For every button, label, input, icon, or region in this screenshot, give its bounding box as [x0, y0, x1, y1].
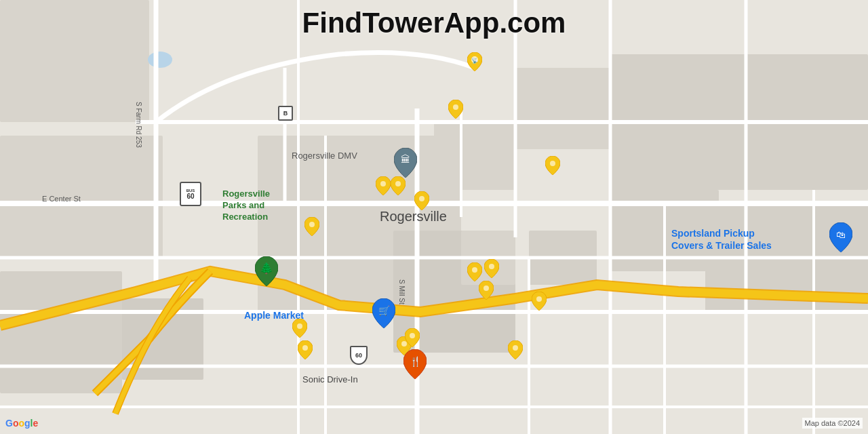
s-mill-st-label: S Mill St	[398, 279, 406, 304]
tower-marker-t16[interactable]	[405, 328, 420, 347]
sonic-label: Sonic Drive-In	[302, 374, 358, 384]
apple-market-marker[interactable]: 🛒	[372, 298, 395, 326]
svg-point-36	[550, 161, 555, 166]
svg-text:📡: 📡	[471, 57, 478, 64]
tower-marker-t1[interactable]: 📡	[467, 52, 482, 71]
svg-text:🏛: 🏛	[401, 154, 410, 165]
svg-point-35	[453, 104, 458, 110]
google-logo: Google	[5, 418, 38, 429]
parks-marker[interactable]: 🌲	[255, 256, 278, 283]
svg-rect-8	[0, 136, 163, 258]
svg-rect-13	[0, 0, 149, 122]
svg-point-39	[419, 196, 425, 201]
svg-text:🌲: 🌲	[260, 262, 273, 275]
bus-60-sign: BUS 60	[180, 182, 201, 206]
rogersville-label: Rogersville	[380, 209, 447, 224]
e-center-st-label: E Center St	[42, 195, 81, 203]
svg-point-43	[484, 285, 489, 291]
svg-point-40	[309, 222, 315, 227]
tower-marker-t10[interactable]	[479, 281, 494, 300]
svg-point-37	[380, 181, 386, 186]
tower-marker-t2[interactable]	[448, 100, 463, 119]
tower-marker-t8[interactable]	[467, 262, 482, 281]
svg-point-44	[536, 296, 542, 302]
tower-marker-t7[interactable]	[304, 217, 319, 236]
tower-marker-t13[interactable]	[292, 319, 307, 338]
svg-point-49	[410, 333, 415, 338]
map-container: FindTowerApp.com Rogersville Rogersville…	[0, 0, 868, 434]
svg-point-41	[472, 267, 477, 273]
parks-rec-label: RogersvilleParks andRecreation	[222, 189, 270, 223]
tower-marker-t12[interactable]	[508, 340, 523, 359]
tower-marker-t11[interactable]	[532, 292, 547, 311]
map-data-text: Map data ©2024	[802, 418, 863, 429]
tower-marker-t5[interactable]	[391, 176, 406, 195]
tower-marker-t4[interactable]	[376, 176, 391, 195]
svg-point-47	[302, 345, 308, 351]
s-farm-rd-label: S Farm Rd 253	[135, 102, 142, 148]
svg-text:🛍: 🛍	[836, 229, 846, 240]
sportsland-label: Sportsland PickupCovers & Trailer Sales	[671, 227, 772, 252]
dmv-marker[interactable]: 🏛	[394, 148, 417, 175]
svg-rect-9	[0, 271, 122, 393]
sportsland-marker[interactable]: 🛍	[829, 222, 852, 250]
svg-text:🛒: 🛒	[378, 305, 391, 317]
tower-marker-t14[interactable]	[298, 340, 313, 359]
page-title: FindTowerApp.com	[302, 7, 566, 39]
svg-point-42	[489, 264, 494, 269]
us-60-shield: 60	[350, 346, 368, 365]
svg-rect-3	[434, 122, 515, 190]
tower-marker-t9[interactable]	[484, 259, 499, 278]
svg-point-46	[297, 323, 302, 329]
svg-point-45	[513, 345, 518, 351]
svg-text:🍴: 🍴	[410, 356, 422, 368]
sonic-marker[interactable]: 🍴	[403, 349, 427, 376]
svg-point-14	[148, 52, 172, 68]
tower-marker-t3[interactable]	[545, 156, 560, 175]
tower-marker-t6[interactable]	[414, 191, 429, 210]
rogersville-dmv-label: Rogersville DMV	[292, 151, 357, 161]
route-b-sign: B	[278, 106, 293, 121]
svg-point-38	[395, 181, 401, 186]
